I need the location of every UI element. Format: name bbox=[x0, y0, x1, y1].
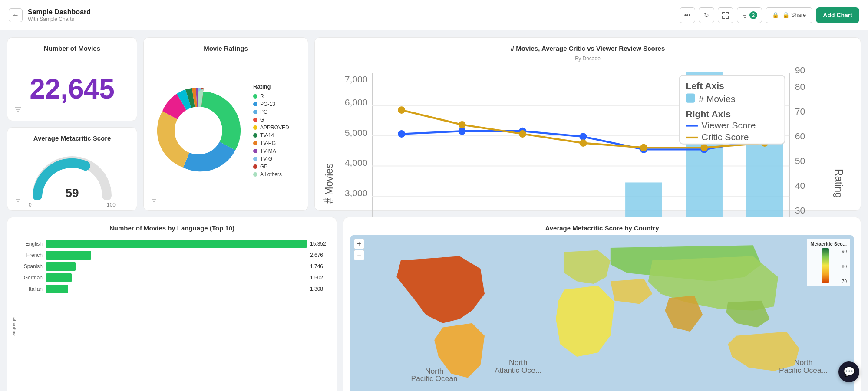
bar-chart-card: Number of Movies by Language (Top 10) En… bbox=[7, 217, 337, 391]
legend-dot-approved bbox=[253, 125, 257, 130]
svg-text:7,000: 7,000 bbox=[345, 74, 368, 84]
filter-button[interactable]: 2 bbox=[737, 7, 762, 23]
legend-item-g: G bbox=[253, 117, 289, 123]
chat-button[interactable]: 💬 bbox=[838, 361, 859, 382]
svg-text:4,000: 4,000 bbox=[345, 158, 368, 168]
share-button[interactable]: 🔒 🔒 Share bbox=[766, 7, 812, 23]
legend-dot-pg13 bbox=[253, 102, 257, 106]
legend-dot-pg bbox=[253, 110, 257, 114]
bar-fill-spanish bbox=[46, 262, 76, 271]
legend-item-tv14: TV-14 bbox=[253, 132, 289, 138]
combo-filter-icon[interactable] bbox=[322, 196, 329, 204]
legend-dot-r bbox=[253, 94, 257, 99]
main-content: Number of Movies 22,645 Average Metacrit… bbox=[0, 30, 868, 391]
svg-text:Left Axis: Left Axis bbox=[686, 81, 724, 91]
legend-dot-g bbox=[253, 118, 257, 122]
dashboard-subtitle: With Sample Charts bbox=[28, 16, 91, 22]
back-button[interactable]: ← bbox=[9, 8, 23, 22]
svg-text:3,000: 3,000 bbox=[345, 188, 368, 198]
combo-chart-title: # Movies, Average Critic vs Viewer Revie… bbox=[322, 45, 854, 52]
legend-item-gp: GP bbox=[253, 164, 289, 170]
map-chart-title: Average Metacritic Score by Country bbox=[350, 224, 854, 232]
fullscreen-button[interactable] bbox=[718, 7, 733, 23]
legend-item-pg13: PG-13 bbox=[253, 101, 289, 107]
svg-point-56 bbox=[640, 144, 647, 151]
legend-title: Rating bbox=[253, 83, 289, 90]
svg-text:Critic Score: Critic Score bbox=[701, 132, 749, 142]
svg-point-46 bbox=[459, 128, 466, 135]
bar-row-italian: Italian 1,308 bbox=[14, 285, 330, 293]
bar-row-english: English 15,352 bbox=[14, 240, 330, 248]
bar-row-french: French 2,676 bbox=[14, 251, 330, 260]
svg-point-57 bbox=[700, 144, 708, 151]
top-row: Number of Movies 22,645 Average Metacrit… bbox=[7, 37, 861, 211]
bar-fill-italian bbox=[46, 285, 68, 293]
legend-item-r: R bbox=[253, 93, 289, 99]
combo-chart-subtitle: By Decade bbox=[322, 56, 854, 62]
legend-item-tvpg: TV-PG bbox=[253, 140, 289, 146]
legend-item-allothers: All others bbox=[253, 171, 289, 177]
avg-metacritic-title: Average Metacritic Score bbox=[14, 135, 130, 142]
svg-point-54 bbox=[519, 130, 526, 138]
num-movies-value: 22,645 bbox=[30, 64, 115, 105]
svg-point-53 bbox=[459, 121, 466, 128]
map-controls: + − bbox=[354, 239, 364, 260]
svg-text:Right Axis: Right Axis bbox=[686, 109, 731, 119]
donut-legend: Rating R PG-13 PG G bbox=[253, 83, 289, 177]
legend-dot-tvg bbox=[253, 157, 257, 161]
legend-dot-tv14 bbox=[253, 133, 257, 138]
legend-item-approved: APPROVED bbox=[253, 125, 289, 131]
svg-text:90: 90 bbox=[795, 65, 805, 75]
svg-text:Pacific Ocea...: Pacific Ocea... bbox=[779, 366, 828, 375]
refresh-button[interactable]: ↻ bbox=[699, 7, 714, 23]
header: ← Sample Dashboard With Sample Charts ••… bbox=[0, 0, 868, 30]
gauge-min: 0 bbox=[29, 202, 32, 208]
svg-text:Pacific Ocean: Pacific Ocean bbox=[411, 374, 458, 383]
svg-text:80: 80 bbox=[795, 82, 805, 92]
svg-text:Atlantic Oce...: Atlantic Oce... bbox=[495, 366, 541, 375]
header-branding: Sample Dashboard With Sample Charts bbox=[28, 8, 91, 22]
bar-chart-area: English 15,352 French 2,676 Spanish bbox=[14, 235, 330, 293]
combo-chart-card: # Movies, Average Critic vs Viewer Revie… bbox=[314, 37, 861, 211]
ratings-filter-icon[interactable] bbox=[151, 196, 158, 204]
add-chart-button[interactable]: Add Chart bbox=[816, 7, 859, 23]
legend-dot-tvma bbox=[253, 149, 257, 153]
avg-metacritic-filter-icon[interactable] bbox=[14, 196, 21, 204]
gauge-value: 59 bbox=[65, 186, 79, 200]
num-movies-filter-icon[interactable] bbox=[14, 106, 21, 115]
donut-chart bbox=[151, 79, 246, 183]
svg-text:# Movies: # Movies bbox=[699, 94, 735, 104]
map-legend-labels: 90 80 70 bbox=[842, 249, 847, 284]
svg-point-0 bbox=[175, 107, 222, 154]
svg-point-55 bbox=[579, 139, 587, 147]
movie-ratings-card: Movie Ratings bbox=[143, 37, 308, 211]
svg-text:50: 50 bbox=[795, 156, 805, 166]
svg-point-52 bbox=[398, 106, 405, 114]
zoom-in-button[interactable]: + bbox=[354, 239, 364, 249]
movie-ratings-title: Movie Ratings bbox=[151, 45, 301, 52]
bar-chart-title: Number of Movies by Language (Top 10) bbox=[14, 224, 330, 232]
svg-text:5,000: 5,000 bbox=[345, 128, 368, 138]
map-legend: Metacritic Sco... 90 80 70 bbox=[807, 239, 850, 286]
num-movies-title: Number of Movies bbox=[14, 45, 130, 52]
bottom-row: Number of Movies by Language (Top 10) En… bbox=[7, 217, 861, 391]
legend-item-tvma: TV-MA bbox=[253, 148, 289, 154]
bar-fill-english bbox=[46, 240, 307, 248]
bar-row-german: German 1,502 bbox=[14, 273, 330, 282]
bar-row-spanish: Spanish 1,746 bbox=[14, 262, 330, 271]
legend-item-pg: PG bbox=[253, 109, 289, 115]
legend-dot-allothers bbox=[253, 172, 257, 177]
svg-rect-61 bbox=[686, 94, 695, 103]
avg-metacritic-card: Average Metacritic Score 59 0 100 bbox=[7, 127, 137, 211]
map-legend-bar bbox=[822, 248, 829, 283]
world-map: North Pacific Ocean North Atlantic Oce..… bbox=[350, 235, 854, 391]
map-legend-title: Metacritic Sco... bbox=[810, 241, 847, 246]
svg-text:30: 30 bbox=[795, 205, 805, 215]
svg-point-48 bbox=[579, 133, 587, 140]
map-chart-card: Average Metacritic Score by Country bbox=[343, 217, 861, 391]
more-button[interactable]: ••• bbox=[680, 7, 695, 23]
zoom-out-button[interactable]: − bbox=[354, 250, 364, 260]
gauge-max: 100 bbox=[107, 202, 116, 208]
header-right: ••• ↻ 2 🔒 🔒 Share Add Chart bbox=[680, 7, 859, 23]
svg-text:Rating: Rating bbox=[833, 169, 845, 198]
